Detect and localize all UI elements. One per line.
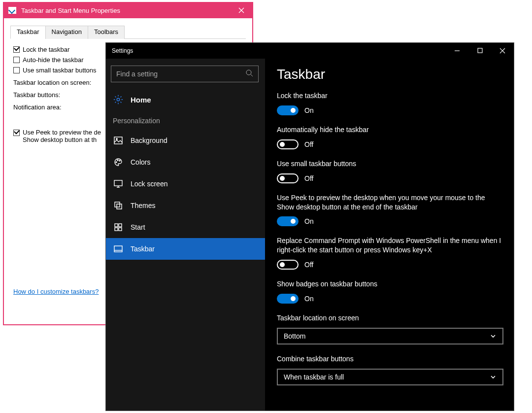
tab-taskbar[interactable]: Taskbar: [10, 26, 46, 39]
svg-point-7: [119, 160, 120, 161]
svg-point-2: [117, 98, 120, 101]
sidebar-item-start[interactable]: Start: [106, 216, 265, 238]
sidebar-item-background[interactable]: Background: [106, 130, 265, 151]
legacy-title: Taskbar and Start Menu Properties: [21, 7, 120, 14]
start-icon: [114, 223, 123, 232]
setting-label: Automatically hide the taskbar: [277, 125, 502, 135]
legacy-titlebar[interactable]: Taskbar and Start Menu Properties: [3, 2, 253, 18]
svg-point-5: [116, 162, 117, 163]
toggle-state: Off: [304, 261, 313, 269]
setting-badges: Show badges on taskbar buttons On: [277, 279, 502, 304]
peek-line2: Show desktop button at th: [23, 136, 97, 143]
svg-rect-14: [114, 246, 122, 252]
maximize-button[interactable]: [468, 43, 491, 59]
home-button[interactable]: Home: [111, 91, 260, 113]
sidebar-item-label: Background: [131, 137, 167, 144]
dropdown-value: Bottom: [284, 332, 305, 340]
legacy-tabstrip: Taskbar Navigation Toolbars: [10, 25, 246, 39]
image-icon: [114, 136, 123, 145]
tab-toolbars[interactable]: Toolbars: [88, 26, 125, 39]
toggle-switch[interactable]: [277, 260, 299, 270]
sidebar-item-label: Lock screen: [131, 180, 167, 188]
settings-title: Settings: [112, 47, 133, 54]
setting-label: Use Peek to preview the desktop when you…: [277, 193, 502, 212]
sidebar-item-label: Start: [131, 223, 145, 231]
toggle-switch[interactable]: [277, 216, 299, 226]
settings-titlebar[interactable]: Settings: [106, 43, 514, 59]
toggle-switch[interactable]: [277, 105, 299, 115]
setting-lock-taskbar: Lock the taskbar On: [277, 91, 502, 115]
search-input[interactable]: Find a setting: [111, 66, 259, 82]
settings-body: Find a setting Home Personalization Back…: [106, 59, 514, 411]
search-icon: [245, 69, 253, 79]
sidebar-item-themes[interactable]: Themes: [106, 195, 265, 216]
setting-label: Show badges on taskbar buttons: [277, 279, 502, 289]
setting-powershell: Replace Command Prompt with Windows Powe…: [277, 236, 502, 270]
svg-point-4: [116, 138, 117, 139]
dropdown-value: When taskbar is full: [284, 373, 344, 381]
setting-small-buttons: Use small taskbar buttons Off: [277, 159, 502, 183]
chevron-down-icon: [490, 374, 497, 380]
svg-rect-13: [119, 228, 122, 231]
svg-point-6: [117, 160, 118, 161]
setting-location: Taskbar location on screen Bottom: [277, 313, 502, 344]
palette-icon: [114, 158, 123, 167]
themes-icon: [114, 201, 123, 210]
svg-rect-0: [478, 48, 482, 53]
close-button[interactable]: [491, 43, 514, 59]
toggle-state: Off: [304, 174, 313, 182]
toggle-switch[interactable]: [277, 139, 299, 149]
checkbox-icon[interactable]: [13, 130, 20, 136]
tab-navigation[interactable]: Navigation: [45, 26, 88, 39]
svg-rect-3: [114, 137, 122, 144]
page-title: Taskbar: [277, 67, 502, 82]
svg-rect-10: [115, 224, 118, 227]
chevron-down-icon: [490, 333, 497, 340]
minimize-button[interactable]: [446, 43, 468, 59]
sidebar-item-label: Themes: [131, 202, 156, 209]
checkbox-icon[interactable]: [13, 46, 20, 53]
toggle-switch[interactable]: [277, 294, 299, 304]
settings-window: Settings Find a setting: [105, 42, 514, 411]
settings-sidebar: Find a setting Home Personalization Back…: [106, 59, 265, 411]
help-link[interactable]: How do I customize taskbars?: [13, 288, 99, 295]
setting-label: Use small taskbar buttons: [277, 159, 502, 169]
sidebar-item-lockscreen[interactable]: Lock screen: [106, 173, 265, 195]
checkbox-icon[interactable]: [13, 67, 20, 73]
taskbar-icon: [114, 244, 123, 253]
setting-label: Taskbar location on screen: [277, 313, 502, 323]
close-icon[interactable]: [230, 2, 253, 18]
check-label: Use small taskbar buttons: [23, 67, 97, 74]
peek-line1: Use Peek to preview the de: [23, 129, 101, 136]
setting-label: Replace Command Prompt with Windows Powe…: [277, 236, 502, 255]
setting-label: Lock the taskbar: [277, 91, 502, 101]
search-placeholder: Find a setting: [116, 70, 245, 78]
svg-rect-9: [115, 202, 120, 207]
home-label: Home: [131, 96, 151, 104]
check-label: Auto-hide the taskbar: [23, 56, 84, 64]
svg-rect-8: [114, 180, 122, 186]
svg-rect-11: [119, 224, 122, 227]
sidebar-item-taskbar[interactable]: Taskbar: [106, 238, 265, 260]
gear-icon: [113, 94, 124, 105]
toggle-state: Off: [304, 140, 313, 148]
checkbox-icon[interactable]: [13, 57, 20, 63]
setting-peek: Use Peek to preview the desktop when you…: [277, 193, 502, 227]
toggle-state: On: [304, 295, 314, 303]
sidebar-item-label: Colors: [131, 158, 150, 166]
section-header: Personalization: [111, 113, 260, 130]
settings-main: Taskbar Lock the taskbar On Automaticall…: [265, 59, 514, 411]
dropdown-location[interactable]: Bottom: [277, 328, 503, 344]
check-label: Lock the taskbar: [23, 46, 69, 53]
toggle-state: On: [304, 106, 314, 114]
svg-rect-12: [115, 228, 118, 231]
dropdown-combine[interactable]: When taskbar is full: [277, 369, 503, 385]
app-icon: [8, 7, 16, 14]
toggle-switch[interactable]: [277, 173, 299, 183]
window-controls: [446, 43, 514, 59]
check-label: Use Peek to preview the de Show desktop …: [23, 129, 101, 143]
toggle-state: On: [304, 217, 314, 225]
sidebar-item-colors[interactable]: Colors: [106, 151, 265, 173]
sidebar-item-label: Taskbar: [131, 245, 155, 253]
setting-autohide: Automatically hide the taskbar Off: [277, 125, 502, 149]
